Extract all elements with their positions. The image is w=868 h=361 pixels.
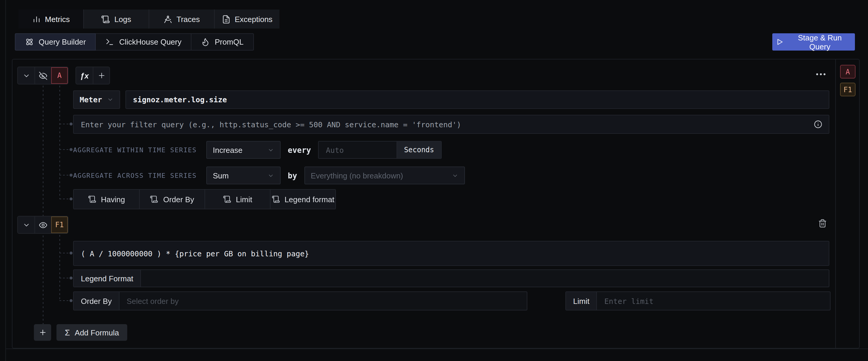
metric-name-box bbox=[125, 90, 829, 109]
scroll-icon bbox=[101, 14, 110, 24]
add-formula-label: Add Formula bbox=[74, 328, 119, 337]
metric-source-label: Meter bbox=[80, 95, 102, 104]
chevron-down-icon bbox=[268, 172, 274, 179]
legend-format-group: Legend Format bbox=[73, 269, 829, 287]
legend-format-button[interactable]: Legend format bbox=[270, 190, 335, 209]
every-keyword: every bbox=[288, 145, 311, 154]
add-query-footer-button[interactable] bbox=[34, 324, 51, 341]
rail-badge-formula-f1[interactable]: F1 bbox=[840, 83, 856, 96]
order-by-select[interactable]: Select order by bbox=[120, 292, 186, 310]
limit-input[interactable] bbox=[597, 292, 830, 310]
filter-row bbox=[73, 115, 829, 134]
limit-group: Limit bbox=[565, 292, 831, 310]
file-text-icon bbox=[221, 14, 230, 24]
mode-query-builder[interactable]: Query Builder bbox=[15, 33, 96, 51]
formula-f1-visibility-toggle[interactable] bbox=[34, 216, 51, 233]
order-by-button[interactable]: Order By bbox=[139, 190, 205, 209]
flame-icon bbox=[201, 37, 210, 47]
mode-query-builder-label: Query Builder bbox=[39, 37, 86, 47]
query-builder-card: A F1 A ƒx bbox=[12, 59, 860, 349]
formula-order-by-row: Order By Select order by bbox=[73, 292, 527, 310]
filter-box bbox=[73, 115, 829, 134]
connector bbox=[59, 253, 70, 253]
having-button[interactable]: Having bbox=[74, 190, 139, 209]
space-aggregation-select[interactable]: Increase bbox=[206, 141, 281, 159]
limit-label: Limit bbox=[236, 195, 252, 204]
outer-left-border bbox=[5, 0, 6, 361]
tree-trunk-line bbox=[43, 86, 43, 324]
formula-f1-header: F1 bbox=[17, 216, 68, 234]
query-a-add-controls: ƒx bbox=[75, 67, 110, 85]
info-icon[interactable] bbox=[814, 120, 829, 128]
add-formula-button[interactable]: Σ Add Formula bbox=[57, 324, 127, 341]
formula-f1-controls: F1 bbox=[17, 216, 68, 234]
order-by-label: Order By bbox=[163, 195, 194, 204]
sigma-icon: Σ bbox=[65, 328, 70, 337]
metric-name-input[interactable] bbox=[126, 91, 829, 108]
connector bbox=[59, 124, 70, 124]
legend-format-input[interactable] bbox=[141, 270, 829, 287]
query-a-name-badge[interactable]: A bbox=[51, 67, 68, 84]
chevron-down-icon bbox=[22, 221, 30, 229]
limit-field-label: Limit bbox=[566, 292, 597, 310]
add-query-button[interactable] bbox=[93, 67, 110, 84]
group-by-select[interactable]: Everything (no breakdown) bbox=[304, 167, 465, 184]
connector-dot bbox=[69, 174, 72, 177]
mode-promql[interactable]: PromQL bbox=[191, 33, 254, 51]
formula-f1-branch-line bbox=[59, 235, 60, 301]
aggregate-across-label: AGGREGATE ACROSS TIME SERIES bbox=[73, 172, 199, 179]
aggregate-within-label: AGGREGATE WITHIN TIME SERIES bbox=[73, 146, 199, 154]
mode-promql-label: PromQL bbox=[215, 37, 244, 47]
time-aggregation-select[interactable]: Sum bbox=[206, 167, 281, 184]
formula-f1-name-badge[interactable]: F1 bbox=[51, 216, 68, 233]
formula-limit-row: Limit bbox=[565, 292, 831, 310]
tab-traces-label: Traces bbox=[177, 14, 200, 24]
connector bbox=[59, 149, 70, 150]
interval-unit: Seconds bbox=[396, 142, 441, 158]
connector-dot bbox=[69, 251, 72, 254]
tab-traces[interactable]: Traces bbox=[149, 9, 214, 29]
play-icon bbox=[776, 38, 783, 46]
formula-f1-collapse-button[interactable] bbox=[18, 216, 34, 233]
delete-formula-button[interactable] bbox=[818, 219, 827, 228]
formula-expression-input[interactable] bbox=[74, 241, 829, 265]
options-group: Having Order By Limit bbox=[73, 189, 336, 209]
tab-metrics[interactable]: Metrics bbox=[19, 9, 83, 29]
query-a-collapse-button[interactable] bbox=[18, 67, 34, 84]
eye-off-icon bbox=[39, 71, 48, 80]
tab-metrics-label: Metrics bbox=[45, 14, 70, 24]
query-a-visibility-toggle[interactable] bbox=[34, 67, 51, 84]
trash-icon bbox=[818, 219, 827, 228]
tab-exceptions[interactable]: Exceptions bbox=[214, 9, 279, 29]
interval-group: Seconds bbox=[318, 141, 442, 159]
scroll-text-icon bbox=[223, 195, 231, 203]
app-root: Metrics Logs Traces Exceptions Que bbox=[0, 0, 868, 361]
connector bbox=[59, 199, 70, 199]
query-a-more-options-button[interactable]: ••• bbox=[816, 70, 827, 79]
tab-logs[interactable]: Logs bbox=[83, 9, 149, 29]
metric-source-select[interactable]: Meter bbox=[73, 90, 120, 109]
limit-button[interactable]: Limit bbox=[205, 190, 270, 209]
stage-run-query-button[interactable]: Stage & Run Query bbox=[772, 33, 855, 51]
rail-badge-query-a[interactable]: A bbox=[840, 65, 856, 79]
aggregate-across-row: AGGREGATE ACROSS TIME SERIES Sum by Ever… bbox=[73, 167, 829, 184]
time-aggregation-value: Sum bbox=[213, 171, 228, 180]
query-rail: A F1 bbox=[835, 59, 859, 348]
plus-icon bbox=[97, 71, 105, 80]
chevron-down-icon bbox=[22, 72, 30, 80]
tab-exceptions-label: Exceptions bbox=[235, 14, 272, 24]
scroll-text-icon bbox=[271, 195, 280, 203]
mode-clickhouse[interactable]: ClickHouse Query bbox=[95, 33, 192, 51]
query-a-branch-line bbox=[59, 86, 60, 199]
connector-dot bbox=[69, 198, 72, 201]
filter-query-input[interactable] bbox=[74, 115, 814, 133]
connector bbox=[59, 175, 70, 176]
signal-tabs: Metrics Logs Traces Exceptions bbox=[19, 9, 279, 29]
metric-source-row: Meter bbox=[73, 90, 829, 109]
bar-chart-icon bbox=[32, 14, 41, 24]
connector bbox=[59, 300, 70, 301]
interval-input[interactable] bbox=[319, 142, 396, 158]
function-button[interactable]: ƒx bbox=[76, 67, 93, 84]
fx-icon: ƒx bbox=[80, 71, 89, 80]
plus-icon bbox=[38, 328, 47, 337]
